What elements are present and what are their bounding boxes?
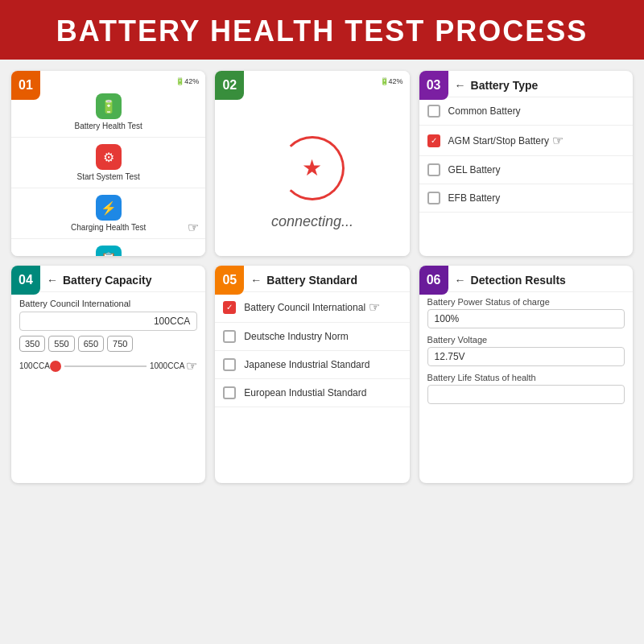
phone-screen-01: 16:54 🔋42% 🔋 Battery Health Test ⚙ Start… — [11, 71, 205, 256]
standard-label-04: Battery Council International — [19, 299, 197, 308]
statusbar-icons-02: 🔋42% — [380, 77, 403, 85]
option-din[interactable]: Deutsche Industry Norm — [215, 323, 409, 351]
system-test-icon: ⚙ — [96, 144, 122, 170]
result-label-health: Battery Life Status of health — [427, 373, 625, 382]
statusbar-01: 16:54 🔋42% — [11, 76, 205, 87]
slider-dot[interactable] — [50, 361, 61, 372]
page-title: BATTERY HEALTH TEST PROCESS — [0, 0, 644, 60]
slider-row: 100CCA 1000CCA ☞ — [19, 358, 197, 374]
checkbox-din[interactable] — [223, 330, 236, 343]
checkbox-common[interactable] — [427, 105, 440, 118]
menu-item-3[interactable]: ⚡ Charging Health Test ☞ — [11, 188, 205, 239]
report-icon: 📋 — [96, 246, 122, 256]
result-value-power: 100% — [427, 309, 625, 328]
checkbox-jis[interactable] — [223, 358, 236, 371]
slider-min-label: 100CCA — [19, 361, 50, 370]
badge-04: 04 — [11, 266, 40, 295]
option-efb-battery[interactable]: EFB Battery — [419, 184, 633, 213]
cursor-05: ☞ — [369, 299, 380, 315]
statusbar-02: 16:54 🔋42% — [215, 76, 409, 87]
panel-06: 06 ← Detection Results Battery Power Sta… — [419, 266, 633, 483]
badge-05: 05 — [215, 266, 244, 295]
back-arrow-06[interactable]: ← — [455, 274, 466, 287]
preset-550[interactable]: 550 — [48, 336, 74, 352]
result-voltage: Battery Voltage 12.75V — [427, 335, 625, 366]
result-health: Battery Life Status of health — [427, 373, 625, 404]
result-value-health — [427, 385, 625, 404]
panel-03: 03 ← Battery Type Common Battery ✓ AGM S… — [419, 71, 633, 256]
panel-02: 02 16:54 🔋42% ★ connecting... — [215, 71, 409, 256]
panel-04: 04 ← Battery Capacity Battery Council In… — [11, 266, 205, 483]
cursor-04: ☞ — [186, 358, 197, 374]
cca-presets: 350 550 650 750 — [19, 336, 197, 352]
badge-06: 06 — [419, 266, 448, 295]
menu-label-1: Battery Health Test — [74, 122, 142, 130]
option-label-din: Deutsche Industry Norm — [244, 331, 348, 342]
result-label-voltage: Battery Voltage — [427, 335, 625, 345]
panel-title-04: Battery Capacity — [63, 274, 152, 287]
result-label-power: Battery Power Status of charge — [427, 297, 625, 307]
panel-header-06: ← Detection Results — [419, 266, 633, 292]
result-power: Battery Power Status of charge 100% — [427, 297, 625, 328]
option-label-common: Common Battery — [448, 105, 521, 117]
badge-01: 01 — [11, 71, 40, 100]
option-common-battery[interactable]: Common Battery — [419, 97, 633, 126]
slider-line — [64, 365, 147, 367]
menu-item-4[interactable]: 📋 — [11, 239, 205, 256]
option-label-efb: EFB Battery — [448, 192, 501, 204]
cursor-01: ☞ — [188, 220, 199, 235]
results-content: Battery Power Status of charge 100% Batt… — [419, 292, 633, 415]
option-bci[interactable]: ✓ Battery Council International ☞ — [215, 292, 409, 323]
menu-item-2[interactable]: ⚙ Start System Test — [11, 138, 205, 188]
preset-750[interactable]: 750 — [107, 336, 133, 352]
phone-screen-02: 16:54 🔋42% ★ connecting... — [215, 71, 409, 256]
back-arrow-03[interactable]: ← — [455, 79, 466, 92]
preset-350[interactable]: 350 — [19, 336, 45, 352]
preset-650[interactable]: 650 — [78, 336, 104, 352]
main-content: 01 16:54 🔋42% 🔋 Battery Health Test ⚙ St… — [0, 60, 644, 483]
checkbox-gel[interactable] — [427, 163, 440, 176]
capacity-input[interactable]: 100CCA — [19, 312, 197, 331]
panel-header-05: ← Battery Standard — [215, 266, 409, 292]
menu-label-2: Start System Test — [77, 172, 140, 181]
option-jis[interactable]: Japanese Industrial Standard — [215, 351, 409, 379]
bluetooth-ring: ★ — [280, 136, 345, 200]
top-row: 01 16:54 🔋42% 🔋 Battery Health Test ⚙ St… — [11, 71, 633, 256]
checkbox-eis[interactable] — [223, 386, 236, 399]
back-arrow-04[interactable]: ← — [47, 274, 58, 287]
bottom-row: 04 ← Battery Capacity Battery Council In… — [11, 266, 633, 483]
badge-03: 03 — [419, 71, 448, 100]
charging-health-icon: ⚡ — [96, 195, 122, 221]
battery-health-icon: 🔋 — [96, 93, 122, 119]
badge-02: 02 — [215, 71, 244, 100]
option-eis[interactable]: European Industial Standard — [215, 379, 409, 407]
option-label-gel: GEL Battery — [448, 164, 501, 175]
checkbox-bci[interactable]: ✓ — [223, 301, 236, 314]
panel-title-03: Battery Type — [471, 79, 539, 92]
menu-label-3: Charging Health Test — [71, 223, 146, 232]
panel-title-06: Detection Results — [471, 274, 566, 287]
checkbox-efb[interactable] — [427, 192, 440, 204]
panel-05: 05 ← Battery Standard ✓ Battery Council … — [215, 266, 409, 483]
panel-01: 01 16:54 🔋42% 🔋 Battery Health Test ⚙ St… — [11, 71, 205, 256]
menu-item-1[interactable]: 🔋 Battery Health Test — [11, 87, 205, 138]
panel-title-05: Battery Standard — [266, 274, 357, 287]
panel-header-03: ← Battery Type — [419, 71, 633, 97]
option-agm-battery[interactable]: ✓ AGM Start/Stop Battery ☞ — [419, 126, 633, 156]
option-label-agm: AGM Start/Stop Battery — [448, 135, 549, 147]
option-label-bci: Battery Council International — [244, 302, 365, 313]
checkbox-agm[interactable]: ✓ — [427, 134, 440, 147]
bluetooth-icon: ★ — [302, 155, 322, 181]
connecting-screen: ★ connecting... — [215, 87, 409, 256]
option-label-jis: Japanese Industrial Standard — [244, 359, 369, 370]
back-arrow-05[interactable]: ← — [250, 274, 262, 287]
panel-header-04: ← Battery Capacity — [11, 266, 205, 292]
statusbar-icons-01: 🔋42% — [175, 77, 199, 85]
slider-max-label: 1000CCA — [150, 361, 184, 370]
connecting-text: connecting... — [271, 213, 353, 230]
cursor-03: ☞ — [552, 133, 564, 148]
capacity-content: Battery Council International 100CCA 350… — [11, 292, 205, 380]
result-value-voltage: 12.75V — [427, 347, 625, 366]
option-gel-battery[interactable]: GEL Battery — [419, 156, 633, 184]
option-label-eis: European Industial Standard — [244, 387, 366, 398]
